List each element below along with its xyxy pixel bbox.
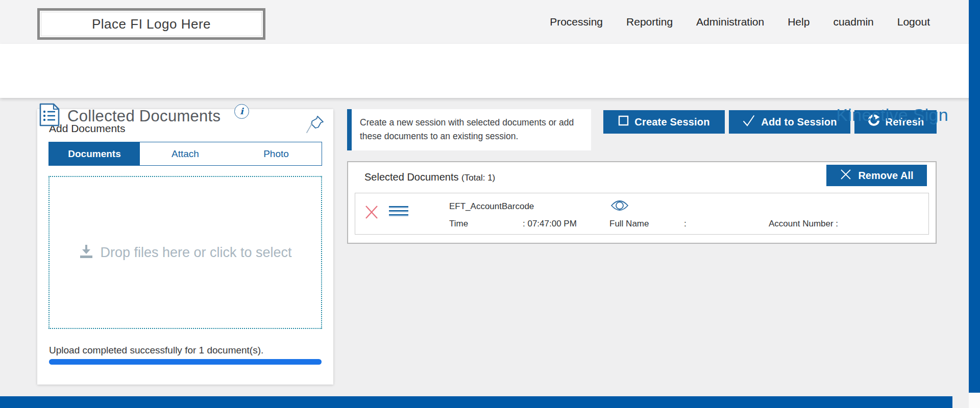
add-documents-tabs: Documents Attach Photo	[48, 142, 322, 166]
dropzone-text: Drop files here or click to select	[100, 245, 291, 261]
tab-photo[interactable]: Photo	[231, 142, 322, 165]
nav-item-cuadmin[interactable]: cuadmin	[833, 16, 873, 28]
selected-documents-title: Selected Documents (Total: 1)	[364, 171, 495, 183]
download-icon	[79, 243, 94, 262]
file-dropzone[interactable]: Drop files here or click to select	[48, 176, 322, 329]
nav-item-logout[interactable]: Logout	[897, 16, 930, 28]
full-name-value: :	[684, 219, 687, 229]
fi-logo-text: Place FI Logo Here	[92, 16, 211, 32]
selected-documents-panel: Selected Documents (Total: 1) Remove All…	[347, 161, 937, 244]
selected-documents-total: (Total: 1)	[461, 173, 495, 183]
page-header: Collected Documents i Kinective Sign	[0, 44, 980, 98]
tab-documents[interactable]: Documents	[49, 142, 140, 165]
fi-logo-placeholder: Place FI Logo Here	[37, 8, 265, 40]
nav-item-processing[interactable]: Processing	[550, 16, 603, 28]
time-label: Time	[449, 219, 468, 229]
account-number-label: Account Number :	[769, 219, 838, 229]
full-name-label: Full Name	[609, 219, 649, 229]
nav-item-help[interactable]: Help	[788, 16, 810, 28]
add-documents-panel: Add Documents Documents Attach Photo Dro…	[37, 109, 333, 385]
upload-status-text: Upload completed successfully for 1 docu…	[49, 345, 263, 356]
session-banner: Create a new session with selected docum…	[347, 109, 591, 150]
add-to-session-button[interactable]: Add to Session	[729, 110, 850, 134]
drag-handle-icon[interactable]	[389, 206, 408, 218]
square-icon	[618, 115, 629, 129]
create-session-button[interactable]: Create Session	[603, 110, 725, 134]
app-name: Kinective Sign	[836, 105, 948, 125]
pin-icon[interactable]	[304, 113, 326, 138]
footer-bar	[0, 396, 952, 408]
right-scroll-strip[interactable]	[969, 0, 980, 393]
remove-document-icon[interactable]	[364, 205, 379, 222]
nav-item-reporting[interactable]: Reporting	[626, 16, 673, 28]
upload-progress-track	[49, 359, 322, 365]
page-title: Collected Documents	[67, 107, 220, 125]
time-value: : 07:47:00 PM	[523, 219, 577, 229]
remove-all-button[interactable]: Remove All	[826, 165, 927, 186]
main-nav: Processing Reporting Administration Help…	[550, 0, 930, 44]
top-bar: Place FI Logo Here Processing Reporting …	[0, 0, 980, 44]
info-icon[interactable]: i	[234, 104, 249, 119]
nav-item-administration[interactable]: Administration	[696, 16, 764, 28]
session-banner-text: Create a new session with selected docum…	[360, 117, 574, 141]
collected-documents-icon	[39, 103, 60, 129]
upload-progress-fill	[49, 359, 322, 365]
check-icon	[742, 115, 755, 130]
document-name: EFT_AccountBarcode	[449, 201, 534, 212]
close-icon	[840, 168, 852, 183]
preview-eye-icon[interactable]	[609, 197, 630, 216]
right-strip-bottom	[969, 393, 980, 408]
tab-attach[interactable]: Attach	[140, 142, 231, 165]
document-row: EFT_AccountBarcode Time : 07:47:00 PM Fu…	[355, 193, 929, 235]
